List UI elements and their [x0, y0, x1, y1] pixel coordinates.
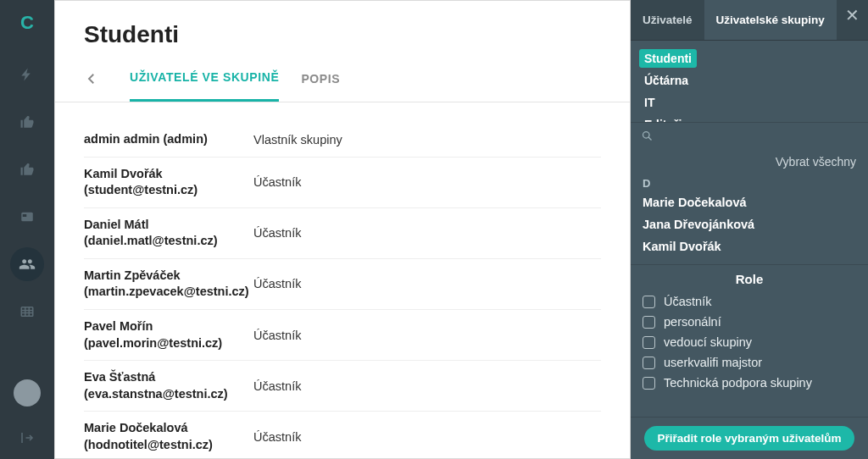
right-panel-tabs: Uživatelé Uživatelské skupiny	[631, 0, 868, 41]
svg-line-8	[648, 137, 651, 140]
tab-members[interactable]: UŽIVATELÉ VE SKUPINĚ	[130, 55, 279, 102]
svg-rect-1	[23, 214, 27, 217]
roles-header: Role	[631, 265, 868, 291]
member-role: Účastník	[253, 318, 601, 351]
member-role: Vlastník skupiny	[253, 131, 601, 148]
close-icon: ✕	[845, 6, 860, 25]
tab-users[interactable]: Uživatelé	[631, 0, 704, 40]
members-table: admin admin (admin) Vlastník skupiny Kam…	[55, 102, 630, 458]
table-row: Kamil Dvořák (student@testni.cz) Účastní…	[84, 158, 601, 208]
member-email: (student@testni.cz)	[84, 182, 253, 199]
assign-bar: Přiřadit role vybraným uživatelům	[631, 417, 868, 459]
nav-flash[interactable]	[10, 58, 44, 91]
svg-point-7	[643, 132, 650, 139]
nav-thumb1[interactable]	[10, 105, 44, 139]
group-list: Studenti Účtárna IT Editoři	[631, 41, 868, 122]
member-role: Účastník	[253, 166, 601, 199]
main-tabs: UŽIVATELÉ VE SKUPINĚ POPIS	[55, 55, 630, 102]
checkbox-icon	[643, 357, 655, 369]
avatar[interactable]	[14, 379, 41, 406]
member-name: Daniel Mátl	[84, 217, 253, 234]
member-name: Marie Dočekalová	[84, 420, 253, 437]
member-email: (hodnotitel@testni.cz)	[84, 437, 253, 454]
tab-description[interactable]: POPIS	[301, 55, 340, 102]
group-item-uctarna[interactable]: Účtárna	[639, 71, 860, 90]
logout-icon	[19, 430, 35, 445]
checkbox-icon	[643, 296, 655, 308]
thumbs-up-icon	[19, 114, 35, 130]
role-checkbox-userkvalifi[interactable]: userkvalifi majstor	[631, 352, 868, 373]
member-email: (pavel.morin@testni.cz)	[84, 335, 253, 352]
role-label: Účastník	[664, 295, 711, 308]
roles-section: Role Účastník personální vedoucí skupiny…	[631, 264, 868, 417]
assign-roles-button[interactable]: Přiřadit role vybraným uživatelům	[644, 426, 855, 451]
close-button[interactable]: ✕	[845, 5, 860, 25]
nav-card[interactable]	[10, 200, 44, 234]
table-row: Daniel Mátl (daniel.matl@testni.cz) Účas…	[84, 208, 601, 259]
letter-header: D	[631, 175, 868, 191]
search-icon	[641, 130, 654, 142]
group-item-it[interactable]: IT	[639, 93, 860, 112]
search-row	[631, 122, 868, 152]
app-sidebar: C	[0, 0, 54, 459]
role-label: Technická podpora skupiny	[664, 376, 812, 390]
member-name: Eva Šťastná	[84, 369, 253, 386]
nav-users[interactable]	[10, 247, 44, 281]
users-icon	[19, 256, 36, 273]
app-logo: C	[20, 12, 34, 34]
role-checkbox-vedouci[interactable]: vedoucí skupiny	[631, 332, 868, 352]
role-checkbox-personalni[interactable]: personální	[631, 312, 868, 332]
table-icon	[19, 304, 35, 319]
checkbox-icon	[643, 377, 655, 390]
role-checkbox-ucastnik[interactable]: Účastník	[631, 291, 868, 312]
member-name: Pavel Mořín	[84, 318, 253, 335]
nav-thumb2[interactable]	[10, 152, 44, 186]
logout-button[interactable]	[19, 430, 35, 445]
user-item[interactable]: Jana Dřevojánková	[643, 213, 856, 235]
table-row: Marie Dočekalová (hodnotitel@testni.cz) …	[84, 412, 601, 458]
role-label: personální	[664, 315, 721, 329]
table-row: Pavel Mořín (pavel.morin@testni.cz) Účas…	[84, 310, 601, 361]
role-label: vedoucí skupiny	[664, 335, 752, 349]
role-label: userkvalifi majstor	[664, 356, 762, 369]
tab-user-groups[interactable]: Uživatelské skupiny	[704, 0, 837, 40]
member-name: Martin Zpěváček	[84, 268, 253, 285]
member-role: Účastník	[253, 369, 601, 402]
member-role: Účastník	[253, 420, 601, 453]
flash-icon	[19, 67, 35, 82]
chevron-left-icon	[84, 71, 99, 86]
member-email: (martin.zpevacek@testni.cz)	[84, 284, 253, 301]
select-all-link[interactable]: Vybrat všechny	[631, 152, 868, 175]
card-icon	[19, 209, 35, 224]
thumbs-up-2-icon	[19, 162, 35, 177]
search-input[interactable]	[641, 126, 858, 147]
member-name: Kamil Dvořák	[84, 166, 253, 183]
table-row: Eva Šťastná (eva.stanstna@testni.cz) Úča…	[84, 361, 601, 412]
role-checkbox-technicka[interactable]: Technická podpora skupiny	[631, 373, 868, 393]
member-name: admin admin (admin)	[84, 131, 253, 148]
svg-rect-2	[21, 307, 33, 317]
nav-table[interactable]	[10, 295, 44, 329]
table-row: Martin Zpěváček (martin.zpevacek@testni.…	[84, 259, 601, 310]
checkbox-icon	[643, 316, 655, 329]
checkbox-icon	[643, 336, 655, 349]
member-role: Účastník	[253, 217, 601, 250]
table-row: admin admin (admin) Vlastník skupiny	[84, 123, 601, 158]
user-list: Marie Dočekalová Jana Dřevojánková Kamil…	[631, 191, 868, 264]
user-item[interactable]: Kamil Dvořák	[643, 235, 856, 257]
member-email: (daniel.matl@testni.cz)	[84, 233, 253, 250]
member-role: Účastník	[253, 268, 601, 301]
right-panel: ✕ Uživatelé Uživatelské skupiny Studenti…	[631, 0, 868, 459]
main-panel: Studenti UŽIVATELÉ VE SKUPINĚ POPIS admi…	[54, 0, 631, 459]
member-email: (eva.stanstna@testni.cz)	[84, 386, 253, 403]
user-item[interactable]: Marie Dočekalová	[643, 191, 856, 213]
group-chip-studenti[interactable]: Studenti	[639, 49, 697, 68]
back-button[interactable]	[84, 71, 108, 86]
group-item-editori[interactable]: Editoři	[639, 115, 860, 122]
page-title: Studenti	[55, 1, 630, 55]
